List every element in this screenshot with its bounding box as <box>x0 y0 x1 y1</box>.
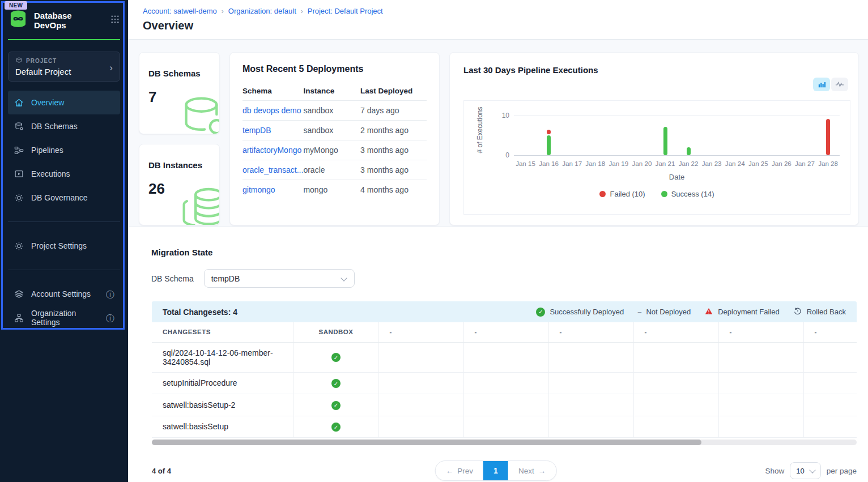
horizontal-scrollbar[interactable] <box>152 440 857 445</box>
success-dot-icon <box>661 191 667 197</box>
chart-plot-area: # of Executions 10 0 Jan 15Jan 16Jan 17J… <box>463 100 850 215</box>
schema-link[interactable]: oracle_transact... <box>242 165 303 174</box>
success-check-icon: ✓ <box>331 353 341 362</box>
db-instances-card: DB Instances 26 <box>139 144 220 225</box>
next-label: Next <box>518 467 534 475</box>
legend-item-failed[interactable]: Failed (10) <box>599 190 645 198</box>
breadcrumb-organization[interactable]: Organization: default <box>228 7 296 15</box>
page-1-button[interactable]: 1 <box>483 461 508 480</box>
breadcrumb-project[interactable]: Project: Default Project <box>308 7 383 15</box>
scrollbar-thumb[interactable] <box>152 440 701 445</box>
legend-label: Not Deployed <box>646 308 691 316</box>
page-size-value: 10 <box>796 467 804 475</box>
chevron-right-icon: › <box>109 62 113 74</box>
chevron-right-icon: › <box>222 7 224 15</box>
column-header-sandbox: SANDBOX <box>293 322 378 342</box>
legend-label: Failed (10) <box>610 190 645 198</box>
x-tick-label: Jan 28 <box>816 160 840 167</box>
changeset-row: satwell:basisSetup ✓ <box>152 416 857 438</box>
stat-label: DB Schemas <box>148 69 210 78</box>
sidebar-divider <box>8 221 120 222</box>
line-chart-toggle-icon[interactable] <box>831 78 848 91</box>
next-page-button[interactable]: Next → <box>508 461 556 480</box>
instance-cell: sandbox <box>303 101 360 121</box>
app-logo-database-icon <box>8 9 28 32</box>
info-icon[interactable]: ⓘ <box>106 314 114 322</box>
schema-link[interactable]: db devops demo <box>242 106 301 115</box>
changeset-name: sql/2024-10-14-12-06-member-34240854.sql <box>152 342 293 372</box>
bar-chart-toggle-icon[interactable] <box>813 78 830 91</box>
x-tick-label: Jan 19 <box>607 160 630 167</box>
chart-legend: Failed (10) Success (14) <box>464 190 850 198</box>
sidebar-item-label: Project Settings <box>31 241 87 250</box>
schema-link[interactable]: gitmongo <box>242 185 275 194</box>
chevron-down-icon <box>341 275 347 281</box>
sidebar-item-label: Account Settings <box>31 289 91 298</box>
pipeline-executions-card: Last 30 Days Pipeline Executions # of Ex… <box>449 52 859 225</box>
bar-jan-27 <box>793 116 816 155</box>
show-label: Show <box>765 467 784 475</box>
chevron-right-icon: › <box>301 7 303 15</box>
page-size-select[interactable]: 10 <box>790 462 820 479</box>
bars-region <box>514 116 840 156</box>
x-axis-ticks: Jan 15Jan 16Jan 17Jan 18Jan 19Jan 20Jan … <box>514 160 840 167</box>
column-header-empty: - <box>633 322 718 342</box>
x-tick-label: Jan 20 <box>630 160 653 167</box>
sidebar-item-organization-settings[interactable]: Organization Settings ⓘ <box>8 306 120 330</box>
sidebar-item-project-settings[interactable]: Project Settings <box>8 234 120 258</box>
success-bar <box>663 127 667 155</box>
db-schema-selected-value: tempDB <box>211 274 240 283</box>
column-header-empty: - <box>718 322 803 342</box>
db-schema-select[interactable]: tempDB <box>204 269 355 288</box>
x-tick-label: Jan 24 <box>724 160 747 167</box>
bar-jan-23 <box>700 116 724 155</box>
home-icon <box>14 97 24 108</box>
sidebar-item-label: Organization Settings <box>31 309 99 327</box>
status-legend: ✓ Successfully Deployed – Not Deployed D… <box>536 306 846 317</box>
org-chart-gear-icon <box>14 313 24 323</box>
page-title: Overview <box>143 19 868 32</box>
column-header: Instance <box>303 81 360 101</box>
result-count: 4 of 4 <box>152 467 171 475</box>
legend-label: Rolled Back <box>807 308 846 316</box>
info-icon[interactable]: ⓘ <box>106 290 114 298</box>
success-check-icon: ✓ <box>331 401 341 410</box>
sidebar-item-overview[interactable]: Overview <box>8 91 120 114</box>
sidebar-divider <box>8 270 120 270</box>
sidebar-item-executions[interactable]: Executions <box>8 162 120 186</box>
gear-icon <box>14 241 24 251</box>
prev-page-button[interactable]: ← Prev <box>436 461 483 480</box>
project-selector[interactable]: PROJECT Default Project › <box>8 52 120 82</box>
legend-rolled-back: Rolled Back <box>793 306 846 317</box>
per-page-label: per page <box>827 467 857 475</box>
bar-jan-22 <box>677 116 700 155</box>
legend-item-success[interactable]: Success (14) <box>661 190 714 198</box>
chart-type-toggle <box>813 78 848 91</box>
legend-deployment-failed: Deployment Failed <box>704 307 779 317</box>
changesets-header-bar: Total Changesets: 4 ✓ Successfully Deplo… <box>152 301 857 322</box>
success-bar <box>547 135 551 156</box>
sidebar-item-db-governance[interactable]: DB Governance <box>8 186 120 210</box>
changesets-panel: Total Changesets: 4 ✓ Successfully Deplo… <box>152 301 857 445</box>
instance-cell: mongo <box>303 180 360 200</box>
overview-cards-band: DB Schemas 7 DB Instances 26 <box>128 40 868 227</box>
stat-label: DB Instances <box>148 160 210 170</box>
sidebar-item-db-schemas[interactable]: DB Schemas <box>8 114 120 138</box>
sidebar-item-label: DB Governance <box>31 193 88 202</box>
schema-link[interactable]: artifactoryMongo <box>242 146 301 155</box>
breadcrumb-account[interactable]: Account: satwell-demo <box>143 7 217 15</box>
sidebar-item-account-settings[interactable]: Account Settings ⓘ <box>8 282 120 306</box>
sidebar-item-label: Overview <box>31 98 64 107</box>
sidebar: NEW Database DevOps <box>0 0 128 482</box>
bar-jan-15 <box>514 116 537 155</box>
schema-link[interactable]: tempDB <box>242 126 271 135</box>
apps-grid-icon[interactable] <box>110 14 120 27</box>
dash-icon: – <box>637 308 641 316</box>
database-stack-icon <box>178 185 220 225</box>
bar-jan-28 <box>816 116 840 155</box>
arrow-right-icon: → <box>538 467 546 475</box>
table-row: artifactoryMongo myMongo 3 months ago <box>242 140 427 160</box>
sidebar-item-pipelines[interactable]: Pipelines <box>8 138 120 162</box>
chevron-down-icon <box>809 467 815 473</box>
legend-label: Deployment Failed <box>718 308 779 316</box>
